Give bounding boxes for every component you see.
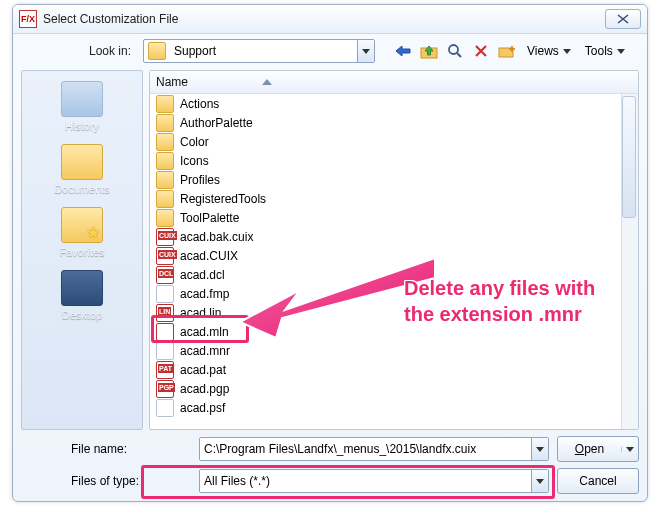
- column-header[interactable]: Name: [150, 71, 638, 94]
- file-name: acad.CUIX: [180, 249, 238, 263]
- places-item[interactable]: Favorites: [22, 207, 142, 258]
- file-icon: [156, 361, 174, 379]
- filetype-label: Files of type:: [21, 474, 191, 488]
- file-name: acad.psf: [180, 401, 225, 415]
- file-name: Color: [180, 135, 209, 149]
- new-folder-button[interactable]: [497, 41, 517, 61]
- folder-icon: [156, 95, 174, 113]
- filetype-value: All Files (*.*): [200, 474, 531, 488]
- file-icon: [156, 266, 174, 284]
- folder-icon: [156, 133, 174, 151]
- views-menu[interactable]: Views: [523, 44, 575, 58]
- filename-label: File name:: [21, 442, 191, 456]
- svg-line-2: [457, 53, 461, 57]
- file-name: AuthorPalette: [180, 116, 253, 130]
- title-bar: F/X Select Customization File: [13, 5, 647, 34]
- new-folder-icon: [498, 43, 516, 59]
- folder-icon: [148, 42, 166, 60]
- filename-value: C:\Program Files\Landfx\_menus_\2015\lan…: [200, 442, 531, 456]
- file-row[interactable]: acad.bak.cuix: [150, 227, 638, 246]
- folder-icon: [156, 190, 174, 208]
- places-item[interactable]: History: [22, 81, 142, 132]
- scrollbar-thumb[interactable]: [622, 96, 636, 218]
- window-title: Select Customization File: [43, 12, 605, 26]
- search-icon: [447, 43, 463, 59]
- places-bar: HistoryDocumentsFavoritesDesktop: [21, 70, 143, 430]
- file-name: acad.mnr: [180, 344, 230, 358]
- filename-field[interactable]: C:\Program Files\Landfx\_menus_\2015\lan…: [199, 437, 549, 461]
- file-icon: [156, 304, 174, 322]
- up-folder-button[interactable]: [419, 41, 439, 61]
- file-icon: [156, 323, 174, 341]
- cancel-button-label: Cancel: [579, 474, 616, 488]
- open-button-split[interactable]: [621, 447, 638, 452]
- chevron-down-icon: [536, 447, 544, 452]
- open-button[interactable]: Open: [557, 436, 639, 462]
- lookin-dropdown-arrow[interactable]: [357, 40, 374, 62]
- filename-dropdown-arrow[interactable]: [531, 438, 548, 460]
- file-icon: [156, 399, 174, 417]
- file-name: acad.pat: [180, 363, 226, 377]
- file-row[interactable]: acad.pat: [150, 360, 638, 379]
- file-name: acad.fmp: [180, 287, 229, 301]
- toolbar: Views Tools: [393, 41, 629, 61]
- file-icon: [156, 247, 174, 265]
- chevron-down-icon: [362, 49, 370, 54]
- up-folder-icon: [420, 43, 438, 59]
- file-name: acad.lin: [180, 306, 221, 320]
- chevron-down-icon: [626, 447, 634, 452]
- file-row[interactable]: acad.pgp: [150, 379, 638, 398]
- top-controls: Look in: Support Views Tools: [13, 34, 647, 66]
- file-row[interactable]: Color: [150, 132, 638, 151]
- open-button-label: Open: [558, 442, 621, 456]
- file-name: Profiles: [180, 173, 220, 187]
- file-row[interactable]: RegisteredTools: [150, 189, 638, 208]
- places-item[interactable]: Desktop: [22, 270, 142, 321]
- places-item-icon: [61, 270, 103, 306]
- places-item-label: Documents: [54, 183, 110, 195]
- file-name: acad.dcl: [180, 268, 225, 282]
- file-name: RegisteredTools: [180, 192, 266, 206]
- folder-icon: [156, 114, 174, 132]
- file-row[interactable]: ToolPalette: [150, 208, 638, 227]
- filetype-combo[interactable]: All Files (*.*): [199, 469, 549, 493]
- file-row[interactable]: Actions: [150, 94, 638, 113]
- cancel-button[interactable]: Cancel: [557, 468, 639, 494]
- lookin-combo[interactable]: Support: [143, 39, 375, 63]
- places-item-label: Favorites: [59, 246, 104, 258]
- file-row[interactable]: Icons: [150, 151, 638, 170]
- file-name: Icons: [180, 154, 209, 168]
- places-item-label: Desktop: [62, 309, 102, 321]
- file-name: acad.bak.cuix: [180, 230, 253, 244]
- file-row[interactable]: AuthorPalette: [150, 113, 638, 132]
- file-list-panel: Name ActionsAuthorPaletteColorIconsProfi…: [149, 70, 639, 430]
- scrollbar-track[interactable]: [621, 94, 638, 429]
- chevron-down-icon: [536, 479, 544, 484]
- filetype-dropdown-arrow[interactable]: [531, 470, 548, 492]
- lookin-label: Look in:: [21, 44, 137, 58]
- lookin-value: Support: [170, 44, 357, 58]
- file-name: acad.pgp: [180, 382, 229, 396]
- annotation-text-line2: the extension .mnr: [404, 301, 582, 327]
- file-row[interactable]: acad.mnr: [150, 341, 638, 360]
- annotation-text-line1: Delete any files with: [404, 275, 595, 301]
- file-row[interactable]: Profiles: [150, 170, 638, 189]
- places-item-icon: [61, 81, 103, 117]
- file-row[interactable]: acad.CUIX: [150, 246, 638, 265]
- close-button[interactable]: [605, 9, 641, 29]
- places-item-icon: [61, 207, 103, 243]
- places-item[interactable]: Documents: [22, 144, 142, 195]
- back-button[interactable]: [393, 41, 413, 61]
- delete-button[interactable]: [471, 41, 491, 61]
- filename-row: File name: C:\Program Files\Landfx\_menu…: [21, 436, 639, 462]
- file-row[interactable]: acad.psf: [150, 398, 638, 417]
- file-icon: [156, 342, 174, 360]
- folder-icon: [156, 209, 174, 227]
- search-button[interactable]: [445, 41, 465, 61]
- svg-point-1: [449, 45, 458, 54]
- file-list[interactable]: ActionsAuthorPaletteColorIconsProfilesRe…: [150, 94, 638, 429]
- bottom-panel: File name: C:\Program Files\Landfx\_menu…: [13, 432, 647, 502]
- file-icon: [156, 228, 174, 246]
- tools-menu[interactable]: Tools: [581, 44, 629, 58]
- dialog-window: F/X Select Customization File Look in: S…: [12, 4, 648, 502]
